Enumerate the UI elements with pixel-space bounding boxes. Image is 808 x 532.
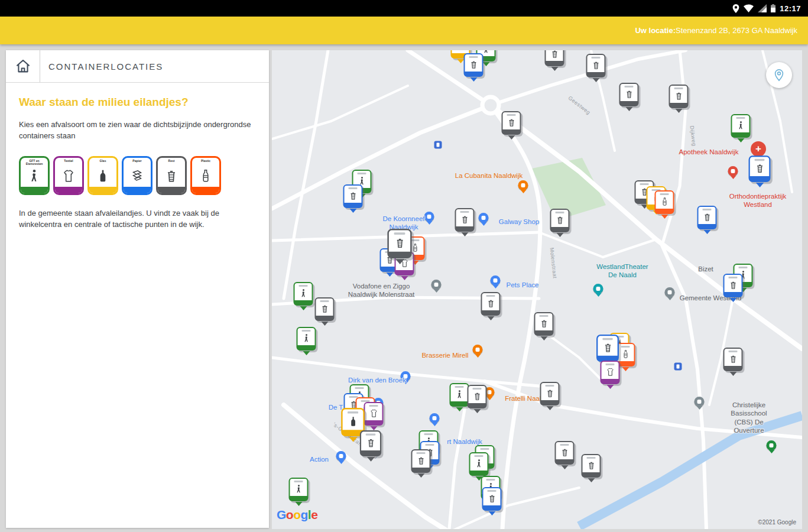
container-marker-gft[interactable] bbox=[450, 383, 469, 407]
map-poi-label[interactable]: Action bbox=[310, 455, 329, 463]
bin-icon bbox=[545, 388, 555, 399]
map-poi-label[interactable]: Galway Shop bbox=[499, 218, 539, 226]
container-marker-gft[interactable] bbox=[289, 478, 309, 501]
map[interactable]: DijkwegGeestwegMolenstraat's-Gravenzands… bbox=[272, 50, 802, 529]
map-poi-label[interactable]: WestlandTheater De Naald bbox=[596, 262, 648, 280]
container-marker-papier[interactable] bbox=[482, 487, 502, 511]
marker-pointer bbox=[473, 409, 481, 413]
home-icon bbox=[15, 58, 31, 74]
marker-pointer bbox=[321, 322, 328, 326]
marker-pointer bbox=[540, 336, 547, 340]
container-marker-rest[interactable] bbox=[540, 382, 560, 406]
waste-type-button-rest[interactable]: Rest bbox=[156, 156, 187, 195]
container-marker-rest[interactable] bbox=[502, 111, 521, 135]
map-poi-label[interactable]: La Cubanita Naaldwijk bbox=[455, 171, 523, 180]
user-location-text: Uw locatie:Stenenzand 2B, 2673 GA Naaldw… bbox=[635, 26, 797, 35]
container-marker-rest[interactable] bbox=[586, 54, 606, 77]
my-location-button[interactable] bbox=[766, 62, 792, 88]
marker-color-band bbox=[412, 468, 430, 472]
waste-type-button-papier[interactable]: Papier bbox=[122, 156, 152, 195]
transit-station-icon[interactable] bbox=[434, 141, 442, 149]
bin-icon bbox=[393, 236, 405, 251]
container-marker-rest[interactable] bbox=[723, 348, 743, 371]
container-marker-plastic[interactable] bbox=[655, 190, 674, 214]
shop-pin[interactable] bbox=[479, 213, 489, 223]
container-marker-gft[interactable] bbox=[731, 114, 751, 138]
marker-pointer bbox=[755, 183, 763, 187]
container-marker-papier[interactable] bbox=[697, 206, 717, 229]
school-pin[interactable] bbox=[695, 397, 705, 407]
status-bar-time: 12:17 bbox=[780, 4, 801, 13]
container-marker-rest[interactable] bbox=[550, 209, 570, 232]
container-marker-gft[interactable] bbox=[294, 282, 313, 306]
waste-type-button-glas[interactable]: Glas bbox=[87, 156, 118, 195]
transit-station-icon[interactable] bbox=[674, 363, 682, 371]
marker-color-band bbox=[535, 330, 553, 335]
waste-type-button-textiel[interactable]: Textiel bbox=[53, 156, 84, 195]
shop-pin[interactable] bbox=[336, 451, 346, 461]
container-marker-rest[interactable] bbox=[545, 50, 564, 66]
container-marker-papier[interactable] bbox=[749, 155, 771, 182]
container-marker-rest[interactable] bbox=[411, 449, 431, 473]
map-poi-label[interactable]: Fratelli Naald bbox=[505, 394, 545, 403]
shop-pin[interactable] bbox=[491, 275, 501, 286]
container-marker-rest[interactable] bbox=[468, 385, 487, 408]
person-icon bbox=[294, 484, 304, 495]
map-poi-label[interactable]: Bizet bbox=[698, 265, 713, 273]
marker-caption bbox=[605, 364, 615, 365]
container-marker-rest[interactable] bbox=[619, 83, 639, 106]
marker-color-band bbox=[483, 505, 501, 510]
shop-pin[interactable] bbox=[431, 280, 442, 290]
person-icon bbox=[298, 288, 309, 299]
container-marker-papier[interactable] bbox=[464, 53, 483, 77]
map-poi-label[interactable]: Christelijke Basisschool (CBS) De Ouvert… bbox=[722, 401, 775, 435]
marker-caption bbox=[320, 300, 329, 302]
home-button[interactable] bbox=[6, 50, 40, 82]
marker-color-band bbox=[656, 209, 674, 213]
bin-icon bbox=[555, 215, 565, 226]
container-marker-rest[interactable] bbox=[360, 430, 381, 456]
map-poi-label[interactable]: Apotheek Naaldwijk bbox=[679, 148, 738, 156]
marker-color-band bbox=[365, 420, 383, 425]
map-poi-label[interactable]: Pets Place bbox=[507, 281, 539, 289]
map-poi-label[interactable]: Brasserie Mirell bbox=[421, 351, 468, 359]
container-marker-papier[interactable] bbox=[343, 184, 363, 208]
shop-pin[interactable] bbox=[430, 413, 440, 423]
container-marker-rest[interactable] bbox=[582, 454, 601, 478]
container-marker-textiel[interactable] bbox=[601, 361, 620, 384]
map-poi-label[interactable]: Dirk van den Broek bbox=[348, 376, 406, 384]
container-marker-rest[interactable] bbox=[669, 85, 689, 108]
container-marker-gft[interactable] bbox=[297, 327, 316, 351]
government-pin[interactable] bbox=[665, 287, 675, 297]
restaurant-pin[interactable] bbox=[518, 180, 528, 190]
map-poi-label[interactable]: Vodafone en Ziggo Naaldwijk Molenstraat bbox=[348, 282, 415, 299]
container-marker-papier[interactable] bbox=[723, 274, 743, 297]
waste-type-button-gft[interactable]: GFT en Etensresten bbox=[19, 156, 50, 195]
container-marker-rest[interactable] bbox=[455, 208, 475, 232]
container-marker-rest[interactable] bbox=[315, 297, 335, 321]
container-marker-rest[interactable] bbox=[481, 292, 501, 316]
container-marker-gft[interactable] bbox=[469, 452, 489, 476]
container-marker-papier[interactable] bbox=[596, 335, 619, 362]
marker-pointer bbox=[456, 407, 463, 411]
theater-pin[interactable] bbox=[593, 284, 603, 294]
marker-caption bbox=[348, 187, 358, 189]
shirt-icon bbox=[605, 366, 615, 378]
marker-caption bbox=[487, 490, 497, 492]
restaurant-pin[interactable] bbox=[473, 345, 483, 355]
marker-caption bbox=[660, 193, 669, 195]
pharmacy-circle-pin[interactable]: + bbox=[751, 141, 766, 157]
map-poi-label[interactable]: Orthodontiepraktijk Westland bbox=[729, 192, 787, 209]
waste-type-button-plastic[interactable]: Plastic bbox=[190, 156, 221, 195]
page-title: CONTAINERLOCATIES bbox=[40, 61, 163, 72]
container-marker-rest[interactable] bbox=[555, 441, 575, 465]
green-place-pin[interactable] bbox=[767, 440, 777, 450]
map-poi-label[interactable]: rt Naaldwijk bbox=[447, 437, 482, 446]
container-marker-textiel[interactable] bbox=[364, 402, 384, 426]
health-pin[interactable] bbox=[728, 166, 738, 176]
container-marker-rest[interactable] bbox=[387, 229, 411, 258]
shop-pin[interactable] bbox=[424, 212, 434, 222]
bin-icon bbox=[591, 60, 601, 71]
marker-color-band bbox=[502, 129, 521, 134]
container-marker-rest[interactable] bbox=[534, 312, 554, 336]
